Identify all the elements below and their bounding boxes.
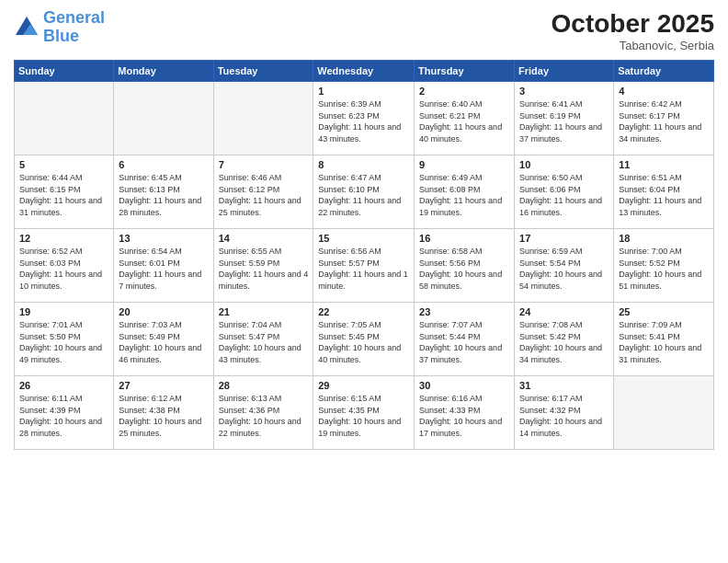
day-cell: 9Sunrise: 6:49 AM Sunset: 6:08 PM Daylig… [415, 155, 515, 229]
day-number: 1 [318, 86, 409, 97]
month-title: October 2025 [552, 9, 714, 39]
day-cell [213, 82, 313, 155]
day-number: 3 [519, 86, 609, 97]
logo: General Blue [14, 9, 105, 46]
day-info: Sunrise: 7:04 AM Sunset: 5:47 PM Dayligh… [219, 319, 309, 365]
day-cell: 14Sunrise: 6:55 AM Sunset: 5:59 PM Dayli… [213, 229, 313, 303]
day-cell: 27Sunrise: 6:12 AM Sunset: 4:38 PM Dayli… [114, 376, 213, 450]
day-info: Sunrise: 7:09 AM Sunset: 5:41 PM Dayligh… [619, 319, 709, 365]
day-cell: 13Sunrise: 6:54 AM Sunset: 6:01 PM Dayli… [114, 229, 213, 303]
day-info: Sunrise: 6:41 AM Sunset: 6:19 PM Dayligh… [519, 98, 609, 144]
day-info: Sunrise: 6:59 AM Sunset: 5:54 PM Dayligh… [519, 246, 609, 292]
day-number: 31 [519, 380, 609, 391]
day-info: Sunrise: 6:49 AM Sunset: 6:08 PM Dayligh… [419, 172, 509, 218]
day-info: Sunrise: 6:40 AM Sunset: 6:21 PM Dayligh… [419, 98, 509, 144]
day-number: 22 [318, 306, 409, 317]
day-cell: 21Sunrise: 7:04 AM Sunset: 5:47 PM Dayli… [213, 303, 313, 376]
logo-icon [14, 15, 40, 40]
day-number: 2 [419, 86, 509, 97]
week-row-3: 12Sunrise: 6:52 AM Sunset: 6:03 PM Dayli… [15, 229, 714, 303]
day-cell: 7Sunrise: 6:46 AM Sunset: 6:12 PM Daylig… [213, 155, 313, 229]
logo-text: General Blue [43, 9, 105, 46]
day-number: 20 [119, 306, 208, 317]
col-wednesday: Wednesday [313, 61, 415, 82]
day-cell: 1Sunrise: 6:39 AM Sunset: 6:23 PM Daylig… [313, 82, 415, 155]
day-info: Sunrise: 6:13 AM Sunset: 4:36 PM Dayligh… [219, 393, 309, 439]
day-info: Sunrise: 6:12 AM Sunset: 4:38 PM Dayligh… [119, 393, 208, 439]
day-info: Sunrise: 6:17 AM Sunset: 4:32 PM Dayligh… [519, 393, 609, 439]
day-cell: 17Sunrise: 6:59 AM Sunset: 5:54 PM Dayli… [515, 229, 614, 303]
day-info: Sunrise: 6:16 AM Sunset: 4:33 PM Dayligh… [419, 393, 509, 439]
day-number: 14 [219, 233, 309, 244]
day-number: 21 [219, 306, 309, 317]
day-info: Sunrise: 7:08 AM Sunset: 5:42 PM Dayligh… [519, 319, 609, 365]
day-cell [114, 82, 213, 155]
day-cell: 10Sunrise: 6:50 AM Sunset: 6:06 PM Dayli… [515, 155, 614, 229]
day-number: 12 [19, 233, 108, 244]
day-number: 30 [419, 380, 509, 391]
week-row-2: 5Sunrise: 6:44 AM Sunset: 6:15 PM Daylig… [15, 155, 714, 229]
day-cell: 24Sunrise: 7:08 AM Sunset: 5:42 PM Dayli… [515, 303, 614, 376]
day-info: Sunrise: 6:54 AM Sunset: 6:01 PM Dayligh… [119, 246, 208, 292]
day-number: 23 [419, 306, 509, 317]
day-cell [15, 82, 114, 155]
day-cell: 2Sunrise: 6:40 AM Sunset: 6:21 PM Daylig… [415, 82, 515, 155]
day-number: 25 [619, 306, 709, 317]
calendar-header-row: Sunday Monday Tuesday Wednesday Thursday… [15, 61, 714, 82]
day-cell: 11Sunrise: 6:51 AM Sunset: 6:04 PM Dayli… [614, 155, 714, 229]
day-info: Sunrise: 6:47 AM Sunset: 6:10 PM Dayligh… [318, 172, 409, 218]
day-info: Sunrise: 6:46 AM Sunset: 6:12 PM Dayligh… [219, 172, 309, 218]
page-header: General Blue October 2025 Tabanovic, Ser… [14, 9, 714, 52]
day-number: 10 [519, 159, 609, 170]
day-info: Sunrise: 6:45 AM Sunset: 6:13 PM Dayligh… [119, 172, 208, 218]
day-number: 26 [19, 380, 108, 391]
day-number: 9 [419, 159, 509, 170]
day-cell [614, 376, 714, 450]
day-cell: 25Sunrise: 7:09 AM Sunset: 5:41 PM Dayli… [614, 303, 714, 376]
day-cell: 28Sunrise: 6:13 AM Sunset: 4:36 PM Dayli… [213, 376, 313, 450]
day-info: Sunrise: 6:50 AM Sunset: 6:06 PM Dayligh… [519, 172, 609, 218]
col-monday: Monday [114, 61, 213, 82]
day-number: 19 [19, 306, 108, 317]
title-block: October 2025 Tabanovic, Serbia [552, 9, 714, 52]
day-number: 28 [219, 380, 309, 391]
day-cell: 23Sunrise: 7:07 AM Sunset: 5:44 PM Dayli… [415, 303, 515, 376]
day-number: 6 [119, 159, 208, 170]
day-cell: 31Sunrise: 6:17 AM Sunset: 4:32 PM Dayli… [515, 376, 614, 450]
day-cell: 30Sunrise: 6:16 AM Sunset: 4:33 PM Dayli… [415, 376, 515, 450]
col-sunday: Sunday [15, 61, 114, 82]
week-row-1: 1Sunrise: 6:39 AM Sunset: 6:23 PM Daylig… [15, 82, 714, 155]
day-number: 11 [619, 159, 709, 170]
day-cell: 8Sunrise: 6:47 AM Sunset: 6:10 PM Daylig… [313, 155, 415, 229]
col-friday: Friday [515, 61, 614, 82]
week-row-4: 19Sunrise: 7:01 AM Sunset: 5:50 PM Dayli… [15, 303, 714, 376]
day-info: Sunrise: 6:39 AM Sunset: 6:23 PM Dayligh… [318, 98, 409, 144]
day-cell: 18Sunrise: 7:00 AM Sunset: 5:52 PM Dayli… [614, 229, 714, 303]
day-info: Sunrise: 7:07 AM Sunset: 5:44 PM Dayligh… [419, 319, 509, 365]
day-info: Sunrise: 6:11 AM Sunset: 4:39 PM Dayligh… [19, 393, 108, 439]
day-info: Sunrise: 6:51 AM Sunset: 6:04 PM Dayligh… [619, 172, 709, 218]
day-number: 15 [318, 233, 409, 244]
day-cell: 6Sunrise: 6:45 AM Sunset: 6:13 PM Daylig… [114, 155, 213, 229]
day-number: 5 [19, 159, 108, 170]
day-cell: 3Sunrise: 6:41 AM Sunset: 6:19 PM Daylig… [515, 82, 614, 155]
day-number: 27 [119, 380, 208, 391]
day-info: Sunrise: 6:58 AM Sunset: 5:56 PM Dayligh… [419, 246, 509, 292]
day-cell: 12Sunrise: 6:52 AM Sunset: 6:03 PM Dayli… [15, 229, 114, 303]
day-number: 7 [219, 159, 309, 170]
day-number: 8 [318, 159, 409, 170]
day-info: Sunrise: 7:03 AM Sunset: 5:49 PM Dayligh… [119, 319, 208, 365]
day-info: Sunrise: 6:44 AM Sunset: 6:15 PM Dayligh… [19, 172, 108, 218]
day-cell: 22Sunrise: 7:05 AM Sunset: 5:45 PM Dayli… [313, 303, 415, 376]
day-number: 17 [519, 233, 609, 244]
day-number: 18 [619, 233, 709, 244]
day-info: Sunrise: 6:55 AM Sunset: 5:59 PM Dayligh… [219, 246, 309, 292]
day-info: Sunrise: 6:42 AM Sunset: 6:17 PM Dayligh… [619, 98, 709, 144]
col-tuesday: Tuesday [213, 61, 313, 82]
day-cell: 4Sunrise: 6:42 AM Sunset: 6:17 PM Daylig… [614, 82, 714, 155]
day-info: Sunrise: 7:00 AM Sunset: 5:52 PM Dayligh… [619, 246, 709, 292]
day-cell: 16Sunrise: 6:58 AM Sunset: 5:56 PM Dayli… [415, 229, 515, 303]
day-cell: 29Sunrise: 6:15 AM Sunset: 4:35 PM Dayli… [313, 376, 415, 450]
calendar-table: Sunday Monday Tuesday Wednesday Thursday… [14, 60, 714, 450]
location-subtitle: Tabanovic, Serbia [552, 39, 714, 52]
